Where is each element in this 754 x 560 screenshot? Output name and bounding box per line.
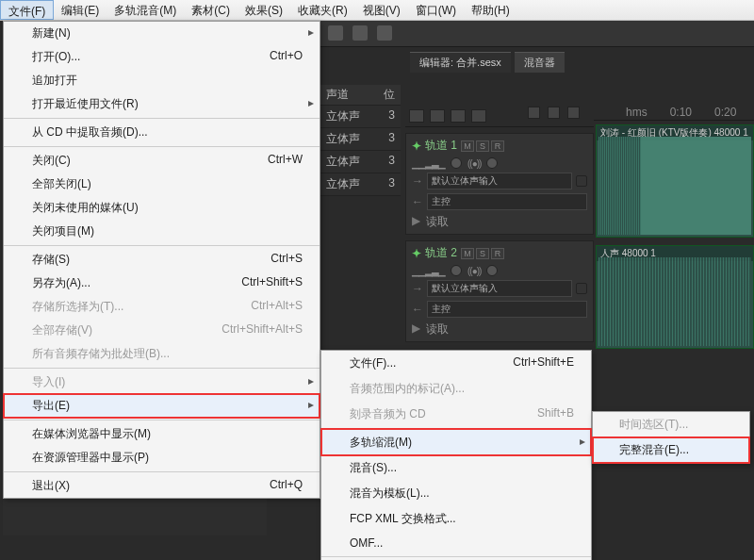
track-2: ✦ 轨道 2 M S R ▁▁▂▃▁((●)) →默认立体声输入 ←主控 ▶读取 bbox=[405, 240, 594, 342]
menu-label: 另存为(A)... bbox=[32, 275, 90, 291]
file-menu-item[interactable]: 另存为(A)...Ctrl+Shift+S bbox=[4, 272, 320, 295]
volume-knob[interactable] bbox=[451, 265, 462, 276]
snap-icon[interactable] bbox=[528, 107, 540, 119]
menu-label: 关闭未使用的媒体(U) bbox=[32, 200, 139, 216]
menu-edit[interactable]: 编辑(E) bbox=[54, 0, 107, 20]
menu-shortcut: Ctrl+O bbox=[270, 49, 303, 65]
export-menu-item[interactable]: 混音为模板(L)... bbox=[321, 481, 591, 506]
export-menu-item: 刻录音频为 CDShift+B bbox=[321, 402, 591, 427]
export-menu-item[interactable]: 混音(S)... bbox=[321, 455, 591, 481]
bit-value: 3 bbox=[388, 108, 395, 124]
menu-shortcut: Shift+B bbox=[537, 406, 574, 422]
export-menu-item[interactable]: OMF... bbox=[321, 532, 591, 554]
menu-help[interactable]: 帮助(H) bbox=[464, 0, 517, 20]
input-dropdown[interactable]: 默认立体声输入 bbox=[427, 173, 572, 189]
track-name[interactable]: 轨道 2 bbox=[425, 245, 457, 261]
menu-label: 在媒体浏览器中显示(M) bbox=[32, 426, 151, 442]
tab-mixer[interactable]: 混音器 bbox=[515, 52, 565, 73]
volume-meter: ▁▁▂▃▁ bbox=[412, 266, 445, 276]
expand-icon[interactable]: ✦ bbox=[412, 140, 421, 153]
file-menu-item[interactable]: 存储(S)Ctrl+S bbox=[4, 245, 320, 272]
mixdown-menu-item[interactable]: 完整混音(E)... bbox=[593, 437, 749, 463]
menu-label: 关闭(C) bbox=[32, 153, 71, 169]
export-menu-item[interactable]: 文件(F)...Ctrl+Shift+E bbox=[321, 351, 591, 376]
output-dropdown[interactable]: 主控 bbox=[427, 193, 587, 210]
timeline-ruler[interactable]: hms 0:10 0:20 0:30 bbox=[594, 106, 754, 121]
volume-knob[interactable] bbox=[451, 157, 462, 169]
menu-label: FCP XML 交换格式... bbox=[350, 511, 456, 527]
stereo-label: 立体声 bbox=[326, 176, 360, 192]
menu-clip[interactable]: 素材(C) bbox=[184, 0, 238, 20]
expand-icon[interactable]: ✦ bbox=[412, 247, 421, 260]
fx-button[interactable] bbox=[430, 109, 445, 123]
menu-multitrack[interactable]: 多轨混音(M) bbox=[107, 0, 184, 20]
menu-label: 打开(O)... bbox=[32, 49, 80, 65]
menu-label: 新建(N) bbox=[32, 25, 71, 41]
tool-icon[interactable] bbox=[328, 25, 343, 41]
automation-mode[interactable]: 读取 bbox=[426, 321, 449, 338]
file-menu-item[interactable]: 在媒体浏览器中显示(M) bbox=[4, 420, 320, 446]
file-menu-item[interactable]: 从 CD 中提取音频(D)... bbox=[4, 118, 320, 144]
file-menu-item[interactable]: 全部关闭(L) bbox=[4, 173, 320, 196]
audio-clip-backing[interactable]: 刘涛 - 红颜旧 (KTV版伴奏) 48000 1 bbox=[596, 124, 754, 238]
pan-knob[interactable] bbox=[486, 265, 498, 276]
export-submenu: 文件(F)...Ctrl+Shift+E音频范围内的标记(A)...刻录音频为 … bbox=[320, 350, 592, 560]
file-menu-item[interactable]: 新建(N)▸ bbox=[4, 22, 320, 45]
menu-shortcut: Ctrl+S bbox=[270, 252, 303, 268]
file-menu-item[interactable]: 导出(E)▸ bbox=[4, 394, 320, 418]
file-menu-item[interactable]: 打开最近使用文件(R)▸ bbox=[4, 92, 320, 116]
file-menu-item[interactable]: 在资源管理器中显示(P) bbox=[4, 446, 320, 469]
file-menu-item[interactable]: 关闭未使用的媒体(U) bbox=[4, 196, 320, 220]
send-button[interactable] bbox=[451, 109, 466, 123]
solo-button[interactable]: S bbox=[476, 248, 489, 259]
export-menu-item[interactable]: FCP XML 交换格式... bbox=[321, 506, 591, 532]
automation-mode[interactable]: 读取 bbox=[426, 214, 449, 230]
input-monitor-button[interactable] bbox=[576, 175, 587, 187]
menu-label: 存储(S) bbox=[32, 252, 70, 268]
input-dropdown[interactable]: 默认立体声输入 bbox=[427, 280, 572, 297]
menu-window[interactable]: 窗口(W) bbox=[408, 0, 464, 20]
mute-button[interactable]: M bbox=[461, 248, 474, 259]
export-menu-item[interactable]: 多轨缩混(M)▸ bbox=[321, 429, 591, 455]
col-channel: 声道 bbox=[326, 87, 349, 103]
file-menu-item[interactable]: 关闭(C)Ctrl+W bbox=[4, 146, 320, 173]
automation-toggle-icon[interactable]: ▶ bbox=[412, 214, 420, 230]
tool-icon[interactable] bbox=[352, 25, 368, 41]
eq-button[interactable] bbox=[471, 109, 486, 123]
track-1: ✦ 轨道 1 M S R ▁▁▂▃▁((●)) →默认立体声输入 ←主控 ▶读取 bbox=[405, 133, 594, 235]
menu-view[interactable]: 视图(V) bbox=[355, 0, 408, 20]
input-monitor-button[interactable] bbox=[576, 283, 587, 294]
menu-file[interactable]: 文件(F) bbox=[0, 0, 54, 20]
track-name[interactable]: 轨道 1 bbox=[425, 138, 457, 154]
solo-button[interactable]: S bbox=[476, 140, 489, 152]
col-bit: 位 bbox=[384, 87, 395, 103]
menu-label: 全部存储(V) bbox=[32, 322, 92, 338]
file-menu-item[interactable]: 追加打开 bbox=[4, 69, 320, 92]
time-tick: 0:10 bbox=[670, 106, 692, 120]
fx-button[interactable] bbox=[409, 109, 424, 123]
menu-favorites[interactable]: 收藏夹(R) bbox=[290, 0, 355, 20]
file-menu-item[interactable]: 关闭项目(M) bbox=[4, 220, 320, 243]
stereo-label: 立体声 bbox=[326, 108, 360, 124]
menu-effects[interactable]: 效果(S) bbox=[238, 0, 290, 20]
menu-label: 刻录音频为 CD bbox=[350, 406, 426, 422]
file-menu-item[interactable]: 退出(X)Ctrl+Q bbox=[4, 471, 320, 498]
tool-icon[interactable] bbox=[377, 25, 392, 41]
zoom-icon[interactable] bbox=[548, 107, 560, 119]
record-button[interactable]: R bbox=[491, 140, 504, 152]
tool-icon[interactable] bbox=[567, 107, 580, 119]
record-button[interactable]: R bbox=[491, 248, 504, 259]
submenu-arrow-icon: ▸ bbox=[308, 374, 314, 387]
audio-clip-vocal[interactable]: 人声 48000 1 bbox=[596, 245, 754, 349]
automation-toggle-icon[interactable]: ▶ bbox=[412, 321, 420, 338]
mute-button[interactable]: M bbox=[461, 140, 474, 152]
export-menu-item[interactable]: 应用程序设置(P)... bbox=[321, 556, 591, 560]
tab-editor[interactable]: 编辑器: 合并.sesx bbox=[410, 52, 511, 73]
pan-knob[interactable] bbox=[486, 157, 498, 169]
menu-shortcut: Ctrl+Shift+E bbox=[513, 355, 574, 371]
waveform bbox=[598, 257, 751, 346]
input-arrow-icon: → bbox=[412, 174, 423, 188]
file-menu-item[interactable]: 打开(O)...Ctrl+O bbox=[4, 45, 320, 69]
submenu-arrow-icon: ▸ bbox=[308, 398, 314, 411]
output-dropdown[interactable]: 主控 bbox=[427, 301, 587, 318]
